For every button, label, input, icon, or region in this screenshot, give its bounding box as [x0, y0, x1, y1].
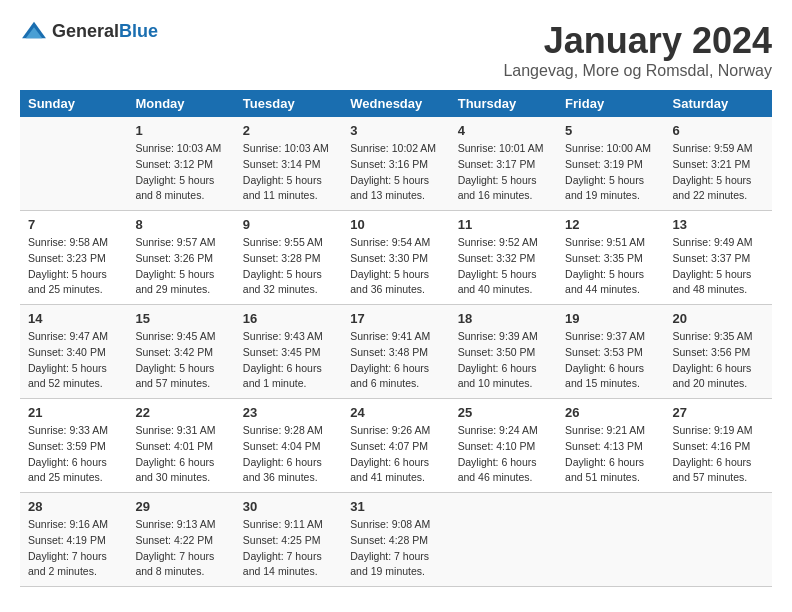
day-info: Sunrise: 10:00 AM Sunset: 3:19 PM Daylig…: [565, 141, 656, 204]
calendar-cell-w2-d6: 12Sunrise: 9:51 AM Sunset: 3:35 PM Dayli…: [557, 211, 664, 305]
day-info: Sunrise: 9:41 AM Sunset: 3:48 PM Dayligh…: [350, 329, 441, 392]
day-number: 13: [673, 217, 764, 232]
day-info: Sunrise: 9:11 AM Sunset: 4:25 PM Dayligh…: [243, 517, 334, 580]
week-row-5: 28Sunrise: 9:16 AM Sunset: 4:19 PM Dayli…: [20, 493, 772, 587]
day-info: Sunrise: 10:03 AM Sunset: 3:12 PM Daylig…: [135, 141, 226, 204]
calendar-cell-w5-d6: [557, 493, 664, 587]
calendar-cell-w1-d1: [20, 117, 127, 211]
day-number: 20: [673, 311, 764, 326]
day-info: Sunrise: 9:57 AM Sunset: 3:26 PM Dayligh…: [135, 235, 226, 298]
day-number: 22: [135, 405, 226, 420]
calendar-cell-w1-d4: 3Sunrise: 10:02 AM Sunset: 3:16 PM Dayli…: [342, 117, 449, 211]
calendar-cell-w3-d2: 15Sunrise: 9:45 AM Sunset: 3:42 PM Dayli…: [127, 305, 234, 399]
day-number: 23: [243, 405, 334, 420]
day-info: Sunrise: 9:31 AM Sunset: 4:01 PM Dayligh…: [135, 423, 226, 486]
header-friday: Friday: [557, 90, 664, 117]
day-info: Sunrise: 9:19 AM Sunset: 4:16 PM Dayligh…: [673, 423, 764, 486]
header-sunday: Sunday: [20, 90, 127, 117]
calendar-cell-w4-d2: 22Sunrise: 9:31 AM Sunset: 4:01 PM Dayli…: [127, 399, 234, 493]
day-number: 29: [135, 499, 226, 514]
calendar-cell-w1-d6: 5Sunrise: 10:00 AM Sunset: 3:19 PM Dayli…: [557, 117, 664, 211]
calendar-cell-w5-d5: [450, 493, 557, 587]
calendar-header-row: Sunday Monday Tuesday Wednesday Thursday…: [20, 90, 772, 117]
day-number: 31: [350, 499, 441, 514]
logo: GeneralBlue: [20, 20, 158, 42]
calendar-cell-w2-d4: 10Sunrise: 9:54 AM Sunset: 3:30 PM Dayli…: [342, 211, 449, 305]
day-number: 11: [458, 217, 549, 232]
day-number: 4: [458, 123, 549, 138]
day-number: 25: [458, 405, 549, 420]
day-info: Sunrise: 9:39 AM Sunset: 3:50 PM Dayligh…: [458, 329, 549, 392]
day-info: Sunrise: 10:01 AM Sunset: 3:17 PM Daylig…: [458, 141, 549, 204]
day-info: Sunrise: 9:08 AM Sunset: 4:28 PM Dayligh…: [350, 517, 441, 580]
day-number: 9: [243, 217, 334, 232]
calendar-cell-w5-d1: 28Sunrise: 9:16 AM Sunset: 4:19 PM Dayli…: [20, 493, 127, 587]
logo-blue: Blue: [119, 21, 158, 41]
day-number: 30: [243, 499, 334, 514]
day-info: Sunrise: 9:33 AM Sunset: 3:59 PM Dayligh…: [28, 423, 119, 486]
location-subtitle: Langevag, More og Romsdal, Norway: [503, 62, 772, 80]
day-number: 26: [565, 405, 656, 420]
day-number: 2: [243, 123, 334, 138]
month-title: January 2024: [503, 20, 772, 62]
day-info: Sunrise: 9:21 AM Sunset: 4:13 PM Dayligh…: [565, 423, 656, 486]
header-saturday: Saturday: [665, 90, 772, 117]
header-monday: Monday: [127, 90, 234, 117]
calendar-cell-w3-d3: 16Sunrise: 9:43 AM Sunset: 3:45 PM Dayli…: [235, 305, 342, 399]
day-info: Sunrise: 9:13 AM Sunset: 4:22 PM Dayligh…: [135, 517, 226, 580]
calendar-cell-w2-d1: 7Sunrise: 9:58 AM Sunset: 3:23 PM Daylig…: [20, 211, 127, 305]
header-thursday: Thursday: [450, 90, 557, 117]
calendar-cell-w1-d7: 6Sunrise: 9:59 AM Sunset: 3:21 PM Daylig…: [665, 117, 772, 211]
title-section: January 2024 Langevag, More og Romsdal, …: [503, 20, 772, 80]
day-number: 16: [243, 311, 334, 326]
calendar-cell-w4-d7: 27Sunrise: 9:19 AM Sunset: 4:16 PM Dayli…: [665, 399, 772, 493]
calendar-cell-w3-d5: 18Sunrise: 9:39 AM Sunset: 3:50 PM Dayli…: [450, 305, 557, 399]
day-number: 10: [350, 217, 441, 232]
day-number: 18: [458, 311, 549, 326]
day-info: Sunrise: 9:49 AM Sunset: 3:37 PM Dayligh…: [673, 235, 764, 298]
calendar-table: Sunday Monday Tuesday Wednesday Thursday…: [20, 90, 772, 587]
day-number: 19: [565, 311, 656, 326]
calendar-cell-w4-d3: 23Sunrise: 9:28 AM Sunset: 4:04 PM Dayli…: [235, 399, 342, 493]
calendar-cell-w4-d6: 26Sunrise: 9:21 AM Sunset: 4:13 PM Dayli…: [557, 399, 664, 493]
day-info: Sunrise: 9:54 AM Sunset: 3:30 PM Dayligh…: [350, 235, 441, 298]
calendar-cell-w4-d4: 24Sunrise: 9:26 AM Sunset: 4:07 PM Dayli…: [342, 399, 449, 493]
day-info: Sunrise: 9:26 AM Sunset: 4:07 PM Dayligh…: [350, 423, 441, 486]
calendar-cell-w2-d2: 8Sunrise: 9:57 AM Sunset: 3:26 PM Daylig…: [127, 211, 234, 305]
page-header: GeneralBlue January 2024 Langevag, More …: [20, 20, 772, 80]
calendar-cell-w3-d6: 19Sunrise: 9:37 AM Sunset: 3:53 PM Dayli…: [557, 305, 664, 399]
day-info: Sunrise: 9:52 AM Sunset: 3:32 PM Dayligh…: [458, 235, 549, 298]
calendar-cell-w3-d1: 14Sunrise: 9:47 AM Sunset: 3:40 PM Dayli…: [20, 305, 127, 399]
week-row-3: 14Sunrise: 9:47 AM Sunset: 3:40 PM Dayli…: [20, 305, 772, 399]
day-info: Sunrise: 9:43 AM Sunset: 3:45 PM Dayligh…: [243, 329, 334, 392]
day-number: 8: [135, 217, 226, 232]
calendar-cell-w2-d3: 9Sunrise: 9:55 AM Sunset: 3:28 PM Daylig…: [235, 211, 342, 305]
day-number: 24: [350, 405, 441, 420]
day-info: Sunrise: 9:51 AM Sunset: 3:35 PM Dayligh…: [565, 235, 656, 298]
calendar-cell-w5-d7: [665, 493, 772, 587]
day-number: 7: [28, 217, 119, 232]
day-info: Sunrise: 9:28 AM Sunset: 4:04 PM Dayligh…: [243, 423, 334, 486]
day-info: Sunrise: 9:59 AM Sunset: 3:21 PM Dayligh…: [673, 141, 764, 204]
day-number: 15: [135, 311, 226, 326]
calendar-cell-w1-d3: 2Sunrise: 10:03 AM Sunset: 3:14 PM Dayli…: [235, 117, 342, 211]
day-number: 3: [350, 123, 441, 138]
header-wednesday: Wednesday: [342, 90, 449, 117]
calendar-cell-w2-d7: 13Sunrise: 9:49 AM Sunset: 3:37 PM Dayli…: [665, 211, 772, 305]
calendar-cell-w5-d4: 31Sunrise: 9:08 AM Sunset: 4:28 PM Dayli…: [342, 493, 449, 587]
logo-general: General: [52, 21, 119, 41]
day-info: Sunrise: 9:58 AM Sunset: 3:23 PM Dayligh…: [28, 235, 119, 298]
calendar-cell-w3-d7: 20Sunrise: 9:35 AM Sunset: 3:56 PM Dayli…: [665, 305, 772, 399]
week-row-1: 1Sunrise: 10:03 AM Sunset: 3:12 PM Dayli…: [20, 117, 772, 211]
week-row-4: 21Sunrise: 9:33 AM Sunset: 3:59 PM Dayli…: [20, 399, 772, 493]
day-info: Sunrise: 9:45 AM Sunset: 3:42 PM Dayligh…: [135, 329, 226, 392]
day-info: Sunrise: 9:37 AM Sunset: 3:53 PM Dayligh…: [565, 329, 656, 392]
calendar-cell-w4-d1: 21Sunrise: 9:33 AM Sunset: 3:59 PM Dayli…: [20, 399, 127, 493]
week-row-2: 7Sunrise: 9:58 AM Sunset: 3:23 PM Daylig…: [20, 211, 772, 305]
day-number: 14: [28, 311, 119, 326]
day-info: Sunrise: 9:35 AM Sunset: 3:56 PM Dayligh…: [673, 329, 764, 392]
header-tuesday: Tuesday: [235, 90, 342, 117]
day-info: Sunrise: 9:16 AM Sunset: 4:19 PM Dayligh…: [28, 517, 119, 580]
calendar-cell-w1-d2: 1Sunrise: 10:03 AM Sunset: 3:12 PM Dayli…: [127, 117, 234, 211]
day-info: Sunrise: 10:03 AM Sunset: 3:14 PM Daylig…: [243, 141, 334, 204]
